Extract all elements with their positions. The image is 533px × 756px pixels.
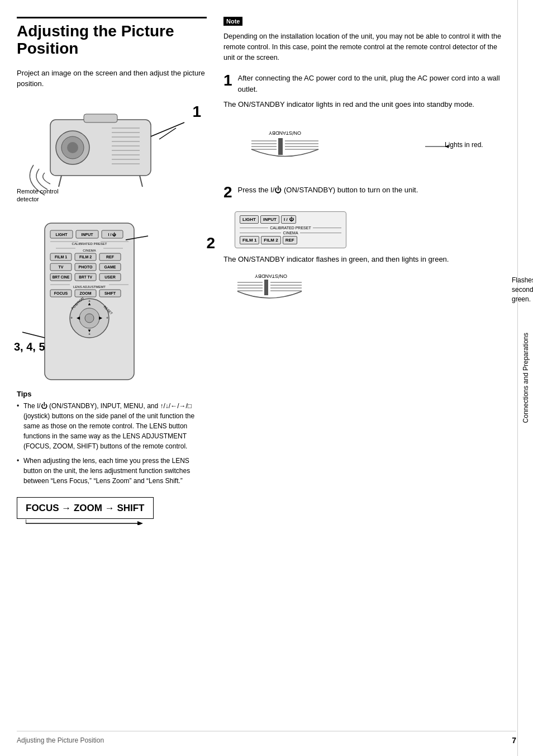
svg-text:+: + <box>88 299 91 303</box>
projector-illustration: 1 Remote control detector <box>17 97 207 215</box>
btn-film1-mini: FILM 1 <box>240 236 259 244</box>
footer-page-number: 7 <box>512 736 516 745</box>
svg-point-66 <box>85 314 94 323</box>
svg-text:INPUT: INPUT <box>82 233 94 237</box>
standby-svg-2: ON/STANDBY <box>235 270 335 315</box>
remote-svg: LIGHT INPUT I / ⏻ CALIBRATED PRESET CINE… <box>34 220 145 382</box>
focus-diagram: FOCUS → ZOOM → SHIFT <box>17 497 154 519</box>
svg-point-3 <box>67 142 78 153</box>
svg-text:▶: ▶ <box>99 315 103 320</box>
tips-title: Tips <box>17 390 207 398</box>
svg-text:I / ⏻: I / ⏻ <box>108 232 117 237</box>
svg-text:USER: USER <box>104 275 115 279</box>
standby-diagram-2: ON/STANDBY Flashes i <box>235 270 506 316</box>
side-tab-label: Connections and Preparations <box>522 333 530 423</box>
side-tab: Connections and Preparations <box>517 0 533 756</box>
svg-text:BRT TV: BRT TV <box>79 275 92 279</box>
note-container: Note Depending on the installation locat… <box>223 17 506 63</box>
step2-diagram-label: 2 <box>206 234 215 252</box>
svg-text:ZOOM: ZOOM <box>80 291 92 295</box>
cinema-label-mini: CINEMA <box>240 231 341 235</box>
lights-arrow <box>425 143 459 151</box>
intro-text: Project an image on the screen and then … <box>17 68 207 89</box>
footer: Adjusting the Picture Position 7 <box>17 731 516 745</box>
remote-control-detector-label: Remote control detector <box>17 187 59 204</box>
svg-text:GAME: GAME <box>104 265 116 269</box>
btn-input-mini: INPUT <box>260 215 279 224</box>
svg-text:LENS ADJUSTMEMT: LENS ADJUSTMEMT <box>73 285 106 289</box>
right-column: Note Depending on the installation locat… <box>218 17 506 739</box>
svg-text:FILM 1: FILM 1 <box>55 255 67 259</box>
focus-arrow <box>26 517 149 525</box>
svg-marker-75 <box>137 521 143 525</box>
svg-text:FILM 2: FILM 2 <box>79 255 92 259</box>
flashes-label: Flashes in green for tens of seconds and… <box>512 276 533 304</box>
note-label: Note <box>223 17 242 26</box>
standby-diagram-1: ON/STANDBY Lights in <box>246 127 506 173</box>
page-title: Adjusting the Picture Position <box>17 17 207 58</box>
svg-text:◀: ◀ <box>77 315 80 320</box>
remote-mini-row-film: FILM 1 FILM 2 REF <box>240 236 341 244</box>
step1-main-text: After connecting the AC power cord to th… <box>238 73 506 94</box>
step2-number: 2 <box>223 185 232 200</box>
btn-ref-mini: REF <box>283 236 297 244</box>
svg-text:ON/STANDBY: ON/STANDBY <box>255 273 287 279</box>
step1-number: 1 <box>223 73 232 88</box>
svg-text:PHOTO: PHOTO <box>79 265 93 269</box>
step1-label: 1 <box>192 103 201 121</box>
remote-mini-container: LIGHT INPUT I / ⏻ CALIBRATED PRESET CINE… <box>235 211 506 248</box>
note-text: Depending on the installation location o… <box>223 31 506 63</box>
step345-diagram-label: 3, 4, 5 <box>14 341 45 353</box>
footer-page-title: Adjusting the Picture Position <box>17 736 104 744</box>
remote-illustration-area: 2 3, 4, 5 LIGHT INPUT I / ⏻ CALIBRAT <box>17 220 207 384</box>
svg-rect-13 <box>84 114 117 122</box>
step1-sub-text: The ON/STANDBY indicator lights in red a… <box>223 99 506 110</box>
svg-rect-81 <box>278 138 283 155</box>
svg-line-16 <box>159 128 176 139</box>
svg-line-15 <box>140 176 142 187</box>
step2-main-text: Press the I/⏻ (ON/STANDBY) button to tur… <box>238 185 506 196</box>
svg-marker-87 <box>445 145 449 148</box>
tips-section: Tips The I/⏻ (ON/STANDBY), INPUT, MENU, … <box>17 390 207 486</box>
btn-power-mini: I / ⏻ <box>281 215 296 224</box>
svg-rect-93 <box>264 280 268 295</box>
step2-sub-text: The ON/STANDBY indicator flashes in gree… <box>223 254 506 265</box>
step1-container: 1 After connecting the AC power cord to … <box>223 73 506 116</box>
remote-mini-row1: LIGHT INPUT I / ⏻ <box>240 215 341 224</box>
calibrated-preset-mini: CALIBRATED PRESET <box>240 226 341 230</box>
svg-text:LIGHT: LIGHT <box>56 233 68 237</box>
svg-line-14 <box>59 176 61 187</box>
btn-film2-mini: FILM 2 <box>261 236 280 244</box>
svg-text:TV: TV <box>59 265 64 269</box>
tip-1: The I/⏻ (ON/STANDBY), INPUT, MENU, and ↑… <box>17 401 207 451</box>
cinema-text-mini: CINEMA <box>281 231 299 235</box>
svg-text:CALIBRATED PRESET: CALIBRATED PRESET <box>72 242 107 245</box>
standby-svg-1: ON/STANDBY <box>246 127 369 172</box>
svg-text:+: + <box>106 316 108 320</box>
left-column: Adjusting the Picture Position Project a… <box>17 17 218 739</box>
svg-text:CINEMA: CINEMA <box>83 249 96 252</box>
tip-2: When adjusting the lens, each time you p… <box>17 456 207 486</box>
btn-light-mini: LIGHT <box>240 215 259 224</box>
svg-text:+: + <box>70 316 73 320</box>
svg-text:SHIFT: SHIFT <box>104 291 116 295</box>
svg-text:+: + <box>88 332 91 336</box>
calibrated-label-mini: CALIBRATED PRESET <box>268 226 312 230</box>
step2-container: 2 Press the I/⏻ (ON/STANDBY) button to t… <box>223 185 506 200</box>
svg-text:FOCUS: FOCUS <box>54 291 68 295</box>
svg-text:BRT CINE: BRT CINE <box>53 275 70 279</box>
svg-text:REF: REF <box>106 255 115 259</box>
remote-mini-box: LIGHT INPUT I / ⏻ CALIBRATED PRESET CINE… <box>235 211 346 248</box>
tips-list: The I/⏻ (ON/STANDBY), INPUT, MENU, and ↑… <box>17 401 207 486</box>
svg-text:ON/STANDBY: ON/STANDBY <box>269 130 301 136</box>
